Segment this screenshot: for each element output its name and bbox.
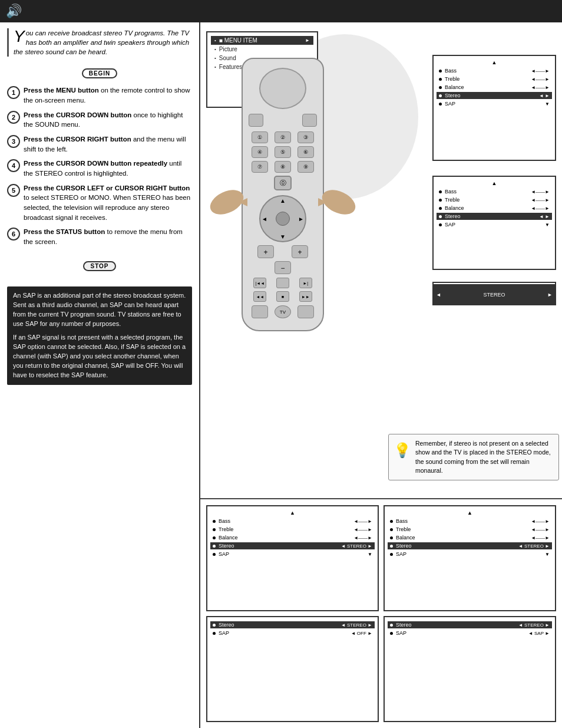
- remote-func-1[interactable]: |◄◄: [253, 278, 266, 288]
- br2-sap: SAP◄ SAP ►: [388, 630, 552, 637]
- begin-section: BEGIN: [7, 65, 192, 82]
- drop-cap: Y: [14, 28, 25, 45]
- bl1-balance: Balance◄——►: [210, 534, 375, 541]
- sound-icon: 🔊: [6, 4, 22, 19]
- bl1-stereo: Stereo◄ STEREO ►: [210, 542, 375, 549]
- remote-btn-4[interactable]: ④: [252, 146, 268, 158]
- bottom-screen-bl1: ▲ Bass◄——► Treble◄——► Balance◄——► Stereo…: [206, 505, 379, 611]
- sound-balance-2: Balance ◄——►: [437, 205, 552, 212]
- remote-btn-8[interactable]: ⑧: [275, 161, 291, 173]
- remote-nav-center[interactable]: [276, 212, 290, 226]
- sound-stereo-selected: Stereo ◄ ►: [437, 92, 552, 99]
- screen-sound-menu-step4: ▲ Bass ◄——► Treble ◄——► Balance ◄——►: [432, 176, 556, 270]
- remote-btn-right[interactable]: [302, 114, 317, 127]
- remote-nav-up[interactable]: ▲: [280, 197, 286, 204]
- stop-section: STOP: [7, 256, 192, 276]
- remote-btn-9[interactable]: ⑨: [297, 161, 314, 173]
- br1-bass: Bass◄——►: [388, 518, 552, 525]
- remote-func-6[interactable]: ►►: [299, 291, 312, 302]
- step-num-4: 4: [7, 159, 20, 172]
- sound-treble: Treble ◄——►: [437, 75, 552, 83]
- remote-btn-3[interactable]: ③: [297, 131, 314, 143]
- remote-numpad-row1: ① ② ③: [249, 131, 317, 143]
- remote-btn-1[interactable]: ①: [252, 131, 268, 143]
- step-text-5: Press the CURSOR LEFT or CURSOR RIGHT bu…: [24, 183, 192, 223]
- stop-badge: STOP: [83, 261, 115, 271]
- remote-nav-left[interactable]: ◄: [262, 216, 267, 222]
- remote-func-2[interactable]: [276, 278, 289, 288]
- remote-numpad-row2: ④ ⑤ ⑥: [249, 146, 317, 158]
- remote-func-row2: ◄◄ ■ ►►: [249, 291, 317, 302]
- bar-stereo: ◄ STEREO ►: [434, 284, 555, 305]
- sap-para2: If an SAP signal is not present with a s…: [13, 333, 186, 380]
- sound-sap-2: SAP ▼: [437, 221, 552, 228]
- remote-btn-2[interactable]: ②: [275, 131, 291, 143]
- remote-btn-left[interactable]: [249, 114, 263, 127]
- remote-btn-5[interactable]: ⑤: [275, 146, 291, 158]
- steps-list: 1 Press the MENU button on the remote co…: [7, 85, 192, 251]
- intro-body: ou can receive broadcast stereo TV progr…: [14, 29, 189, 55]
- screen-sound-menu-step2: ▲ Bass ◄——► Treble ◄——► Balance ◄——►: [432, 55, 556, 161]
- step-num-3: 3: [7, 135, 20, 148]
- remote-func-5[interactable]: ■: [276, 291, 289, 302]
- step-bold-1: Press the MENU button: [24, 87, 99, 94]
- br1-balance: Balance◄——►: [388, 534, 552, 541]
- remote-minus-btn[interactable]: −: [275, 261, 291, 274]
- remote-btn-0[interactable]: ⓪: [274, 176, 292, 190]
- remote-btn-6[interactable]: ⑥: [297, 146, 314, 158]
- step-6: 6 Press the STATUS button to remove the …: [7, 227, 192, 246]
- remote-vol-btns: + +: [249, 245, 317, 258]
- step-text-2: Press the CURSOR DOWN button once to hig…: [24, 110, 192, 130]
- remote-btn-0-container: ⓪: [249, 176, 317, 190]
- hand-pointer-right: [318, 187, 359, 219]
- bottom-screen-br2: Stereo◄ STEREO ► SAP◄ SAP ►: [384, 616, 556, 722]
- step-bold-3: Press the CURSOR RIGHT button: [24, 136, 131, 143]
- remote-nav-down[interactable]: ▼: [280, 233, 286, 240]
- sap-info: An SAP is an additional part of the ster…: [7, 286, 192, 385]
- step-num-2: 2: [7, 111, 20, 124]
- br1-stereo: Stereo◄ STEREO ►: [388, 542, 552, 549]
- header-bar: 🔊: [0, 0, 562, 22]
- br1-sap: SAP▼: [388, 551, 552, 558]
- sound-stereo-2: Stereo ◄ ►: [437, 213, 552, 220]
- step-bold-5: Press the CURSOR LEFT or CURSOR RIGHT bu…: [24, 185, 190, 192]
- remote-bottom-center[interactable]: TV: [275, 305, 291, 318]
- note-box: 💡 Remember, if stereo is not present on …: [388, 434, 559, 480]
- br1-treble: Treble◄——►: [388, 526, 552, 533]
- remote-nav-right[interactable]: ►: [298, 216, 304, 222]
- step-num-1: 1: [7, 86, 20, 99]
- remote-bottom-right[interactable]: [297, 305, 314, 318]
- remote-bottom-row: TV: [249, 305, 317, 318]
- bl1-sap: SAP▼: [210, 551, 375, 558]
- sound-bass: Bass ◄——►: [437, 67, 552, 74]
- step-num-6: 6: [7, 228, 20, 241]
- step-1: 1 Press the MENU button on the remote co…: [7, 85, 192, 105]
- remote-nav-cluster: ▲ ▼ ◄ ►: [259, 195, 306, 242]
- br2-stereo: Stereo◄ STEREO ►: [388, 621, 552, 628]
- bl2-sap: SAP◄ OFF ►: [210, 630, 375, 637]
- remote-func-4[interactable]: ◄◄: [253, 291, 266, 302]
- remote-plus-btn[interactable]: +: [257, 245, 274, 258]
- bl2-stereo: Stereo◄ STEREO ►: [210, 621, 375, 628]
- step-text-3: Press the CURSOR RIGHT button and the me…: [24, 134, 192, 154]
- remote-numpad-row3: ⑦ ⑧ ⑨: [249, 161, 317, 173]
- step-bold-4: Press the CURSOR DOWN button repeatedly: [24, 160, 167, 167]
- sap-para1: An SAP is an additional part of the ster…: [13, 291, 186, 329]
- lightbulb-icon: 💡: [394, 440, 411, 461]
- step-bold-2: Press the CURSOR DOWN button: [24, 111, 131, 118]
- screen-bar: ◄ STEREO ►: [432, 282, 556, 305]
- step-3: 3 Press the CURSOR RIGHT button and the …: [7, 134, 192, 154]
- remote-bottom-left[interactable]: [252, 305, 268, 318]
- up-arrow: ▲: [437, 59, 552, 66]
- remote-plus-btn-2[interactable]: +: [292, 245, 308, 258]
- bottom-screen-br1: ▲ Bass◄——► Treble◄——► Balance◄——► Stereo…: [384, 505, 556, 611]
- left-panel: Y ou can receive broadcast stereo TV pro…: [0, 22, 200, 728]
- bl1-treble: Treble◄——►: [210, 526, 375, 533]
- step-text-4: Press the CURSOR DOWN button repeatedly …: [24, 159, 192, 178]
- main-content: Y ou can receive broadcast stereo TV pro…: [0, 22, 562, 728]
- step-4: 4 Press the CURSOR DOWN button repeatedl…: [7, 159, 192, 178]
- remote-btn-7[interactable]: ⑦: [252, 161, 268, 173]
- step-2: 2 Press the CURSOR DOWN button once to h…: [7, 110, 192, 130]
- step-5: 5 Press the CURSOR LEFT or CURSOR RIGHT …: [7, 183, 192, 223]
- remote-func-3[interactable]: ►|: [299, 278, 312, 288]
